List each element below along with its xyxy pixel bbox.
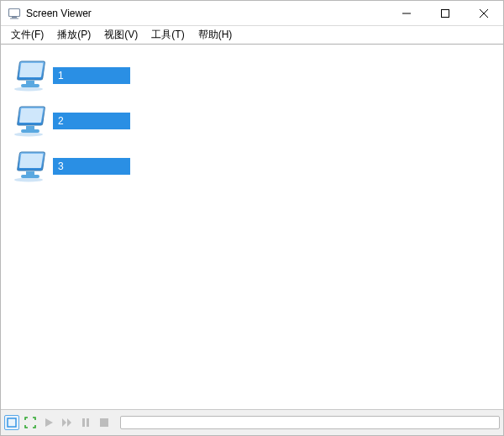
svg-rect-16 (21, 129, 39, 133)
content-area: 1 2 (1, 45, 503, 410)
list-item-label: 3 (53, 158, 130, 175)
svg-point-7 (14, 87, 43, 92)
svg-rect-20 (26, 171, 34, 175)
monitor-icon (9, 104, 48, 138)
svg-rect-2 (10, 18, 18, 18)
window-title: Screen Viewer (26, 8, 92, 19)
menu-tools[interactable]: 工具(T) (144, 26, 191, 44)
svg-rect-14 (19, 108, 43, 123)
svg-point-17 (14, 178, 43, 182)
menu-bar: 文件(F) 播放(P) 视图(V) 工具(T) 帮助(H) (1, 26, 503, 45)
view-mode-button[interactable] (4, 415, 19, 430)
svg-rect-4 (442, 9, 449, 17)
svg-rect-21 (21, 175, 39, 178)
monitor-icon (9, 150, 48, 183)
fullscreen-button[interactable] (23, 415, 38, 430)
svg-rect-26 (82, 418, 85, 427)
svg-marker-23 (45, 418, 53, 427)
svg-rect-22 (8, 418, 16, 427)
close-button[interactable] (465, 1, 503, 26)
fast-forward-button[interactable] (60, 415, 75, 430)
list-item[interactable]: 3 (9, 147, 495, 186)
menu-play[interactable]: 播放(P) (50, 26, 97, 44)
maximize-button[interactable] (426, 1, 465, 26)
svg-point-12 (14, 133, 43, 137)
play-button[interactable] (41, 415, 56, 430)
svg-rect-19 (19, 154, 43, 168)
progress-bar[interactable] (120, 416, 500, 429)
list-item-label: 2 (53, 113, 130, 129)
svg-rect-1 (12, 17, 17, 18)
menu-help[interactable]: 帮助(H) (192, 26, 239, 44)
pause-button[interactable] (78, 415, 93, 430)
svg-rect-28 (100, 418, 108, 427)
minimize-button[interactable] (387, 1, 426, 26)
list-item-label: 1 (53, 67, 130, 84)
monitor-icon (9, 59, 48, 92)
svg-rect-11 (21, 84, 39, 87)
playback-toolbar (1, 410, 503, 435)
list-item[interactable]: 2 (9, 102, 495, 140)
svg-rect-0 (9, 8, 20, 16)
svg-rect-15 (26, 126, 34, 129)
menu-file[interactable]: 文件(F) (4, 26, 50, 44)
svg-rect-9 (19, 63, 43, 77)
menu-view[interactable]: 视图(V) (97, 26, 144, 44)
list-item[interactable]: 1 (9, 56, 495, 95)
svg-marker-24 (62, 418, 66, 427)
svg-rect-10 (26, 81, 34, 84)
svg-marker-25 (67, 418, 71, 427)
stop-button[interactable] (97, 415, 112, 430)
title-bar: Screen Viewer (1, 1, 503, 26)
svg-rect-27 (87, 418, 89, 427)
app-icon (8, 7, 21, 20)
